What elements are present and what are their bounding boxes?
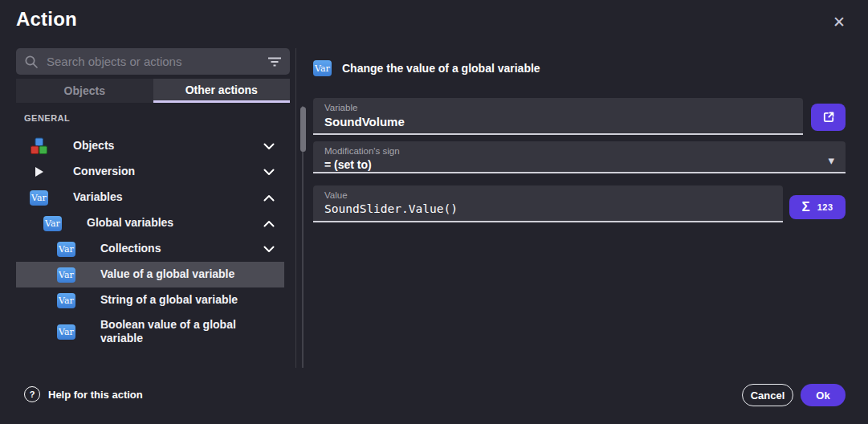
chevron-up-icon[interactable] [263,220,275,227]
modification-sign-select[interactable]: Modification's sign = (set to) ▾ [313,141,846,173]
close-icon: ✕ [833,14,846,31]
cancel-button[interactable]: Cancel [742,384,793,406]
tree-item-label: Collections [100,242,161,256]
page-title: Action [16,8,77,31]
field-label: Variable [324,103,792,112]
external-link-icon [821,109,837,125]
numeric-badge: 123 [817,202,833,212]
search-icon [24,55,39,69]
variable-icon: Var [57,242,75,257]
ok-button[interactable]: Ok [801,384,846,406]
field-label: Value [324,190,772,200]
objects-icon [30,137,48,155]
tab-objects[interactable]: Objects [16,79,153,103]
tree-item-boolean-value-of-a-global-variable[interactable]: Var Boolean value of a global variable [16,313,284,350]
help-glyph: ? [30,389,35,399]
help-link[interactable]: ? Help for this action [24,386,143,402]
chevron-down-icon[interactable] [263,169,275,176]
tree-item-label: Objects [73,139,114,153]
panel-divider [295,48,296,368]
search-bar[interactable] [16,48,290,75]
scrollbar[interactable] [302,106,304,368]
tree-item-collections[interactable]: Var Collections [16,236,284,262]
variable-icon: Var [313,60,332,76]
action-title: Change the value of a global variable [342,62,540,75]
variable-icon: Var [57,324,75,340]
tree-item-label: Conversion [73,165,135,179]
caret-down-icon: ▾ [828,154,834,166]
conversion-icon [30,163,48,181]
variable-field[interactable]: Variable SoundVolume [313,98,803,135]
variable-icon: Var [43,216,62,231]
open-variables-button[interactable] [811,104,846,131]
tree-item-conversion[interactable]: Conversion [16,159,284,185]
field-value: = (set to) [324,158,834,171]
chevron-down-icon[interactable] [263,143,275,150]
actions-tree: GENERAL Objects Conversion [16,103,284,350]
tree-item-objects[interactable]: Objects [16,133,284,159]
left-panel: Objects Other actions GENERAL Objects Co… [16,48,290,350]
tree-section-label: GENERAL [16,113,284,123]
variable-icon: Var [57,293,75,308]
tree-item-value-of-a-global-variable[interactable]: Var Value of a global variable [16,262,284,287]
tree-item-label: Value of a global variable [100,267,234,282]
detail-panel: Var Change the value of a global variabl… [313,48,846,337]
field-label: Modification's sign [324,146,834,156]
field-value: SoundSlider.Value() [324,202,772,215]
action-header: Var Change the value of a global variabl… [313,60,540,76]
tab-other-actions[interactable]: Other actions [153,79,291,103]
chevron-up-icon[interactable] [263,194,275,202]
tabs: Objects Other actions [16,79,290,103]
value-expression-field[interactable]: Value SoundSlider.Value() [313,186,783,222]
dialog-actions: Cancel Ok [742,384,846,406]
search-input[interactable] [45,54,261,69]
expression-builder-button[interactable]: Σ 123 [789,195,846,219]
field-value: SoundVolume [324,115,792,128]
help-label: Help for this action [48,389,143,401]
tree-item-label: Boolean value of a global variable [100,318,257,346]
tree-item-string-of-a-global-variable[interactable]: Var String of a global variable [16,287,284,313]
close-button[interactable]: ✕ [828,11,850,34]
help-icon: ? [24,386,40,402]
scrollbar-thumb[interactable] [300,107,306,152]
tree-item-global-variables[interactable]: Var Global variables [16,210,284,236]
tree-item-variables[interactable]: Var Variables [16,185,284,210]
variable-icon: Var [57,267,75,283]
tree-item-label: Global variables [87,216,173,230]
filter-icon[interactable] [267,56,282,67]
chevron-down-icon[interactable] [263,246,275,253]
tree-item-label: String of a global variable [100,293,238,308]
tree-item-label: Variables [73,190,123,205]
sigma-icon: Σ [801,199,809,215]
variable-icon: Var [30,190,48,206]
